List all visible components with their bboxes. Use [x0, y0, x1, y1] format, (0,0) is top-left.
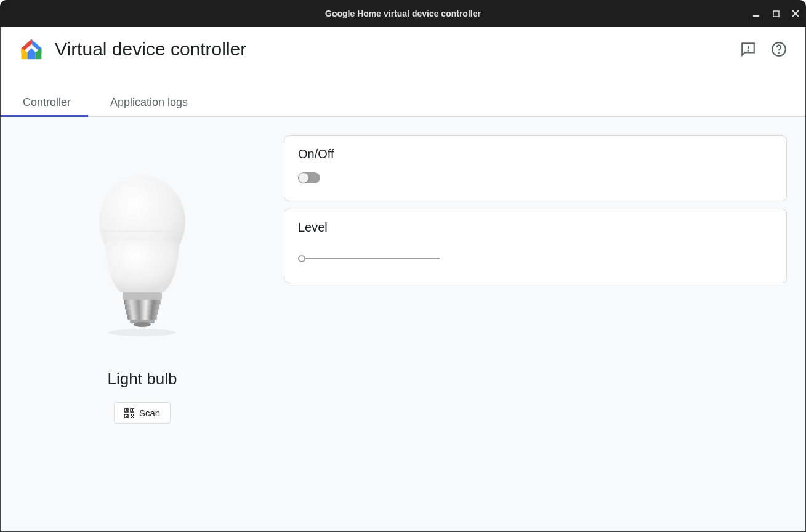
maximize-button[interactable] [772, 9, 780, 18]
scan-button-label: Scan [139, 408, 160, 418]
svg-point-5 [748, 50, 748, 51]
svg-point-17 [108, 329, 176, 336]
svg-rect-25 [133, 414, 134, 416]
main-content: Light bulb Scan [1, 117, 805, 531]
device-panel: Light bulb Scan [19, 135, 265, 513]
minimize-button[interactable] [752, 9, 760, 18]
svg-rect-24 [131, 414, 132, 416]
svg-rect-26 [131, 417, 132, 418]
svg-rect-19 [126, 409, 127, 411]
light-bulb-icon [87, 172, 198, 345]
tab-application-logs[interactable]: Application logs [88, 89, 205, 116]
titlebar: Google Home virtual device controller [0, 0, 806, 27]
header-icons [740, 41, 787, 57]
tab-label: Application logs [110, 96, 188, 108]
app-title: Virtual device controller [55, 39, 729, 60]
svg-rect-12 [125, 305, 159, 310]
svg-rect-10 [123, 292, 162, 300]
slider-thumb[interactable] [298, 255, 305, 262]
qr-code-icon [124, 408, 134, 418]
svg-rect-11 [124, 300, 161, 305]
on-off-label: On/Off [298, 147, 773, 161]
svg-rect-13 [126, 310, 158, 315]
svg-rect-21 [132, 409, 133, 411]
level-slider[interactable] [298, 253, 440, 265]
slider-track [298, 258, 440, 259]
svg-rect-28 [133, 417, 134, 418]
level-card: Level [284, 209, 787, 283]
app-window: Virtual device controller Controller App… [0, 27, 806, 532]
toggle-thumb [299, 173, 308, 183]
tab-label: Controller [23, 96, 71, 108]
tabs: Controller Application logs [1, 89, 805, 117]
window-title: Google Home virtual device controller [325, 9, 481, 18]
help-icon[interactable] [771, 41, 787, 57]
tab-controller[interactable]: Controller [1, 89, 88, 116]
controls-panel: On/Off Level [284, 135, 787, 513]
svg-rect-27 [132, 416, 133, 417]
close-button[interactable] [791, 9, 800, 18]
svg-rect-14 [127, 315, 157, 320]
google-home-logo-icon [19, 38, 44, 60]
window-controls [752, 9, 800, 18]
device-name: Light bulb [108, 369, 177, 389]
on-off-card: On/Off [284, 135, 787, 201]
svg-rect-1 [773, 11, 779, 17]
svg-rect-23 [126, 416, 127, 417]
level-label: Level [298, 220, 773, 235]
on-off-toggle[interactable] [298, 172, 320, 183]
app-header: Virtual device controller [1, 27, 805, 71]
svg-point-16 [134, 322, 151, 327]
feedback-icon[interactable] [740, 41, 756, 57]
scan-button[interactable]: Scan [114, 402, 171, 424]
svg-point-7 [778, 52, 779, 53]
